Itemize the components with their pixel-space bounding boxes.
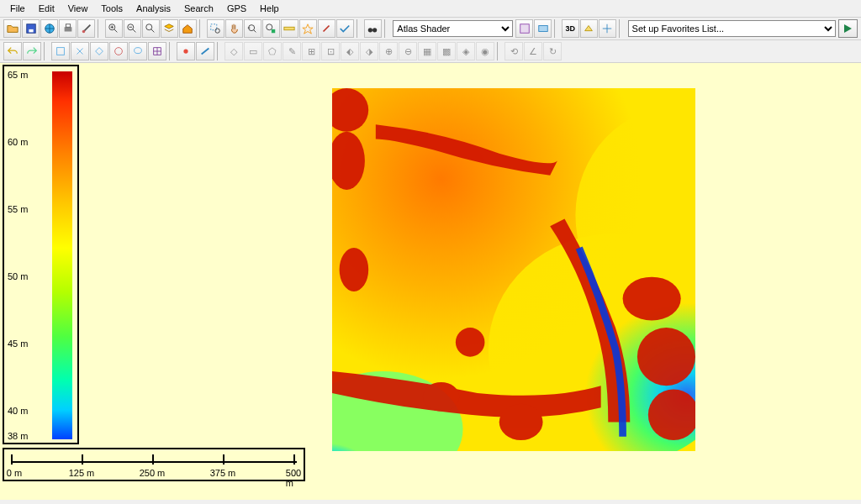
legend-tick-45: 45 m [8,339,28,349]
menu-analysis[interactable]: Analysis [129,2,177,15]
open-icon[interactable] [3,19,21,38]
legend-gradient [52,71,72,439]
svg-rect-14 [284,27,294,30]
info-icon[interactable] [336,19,354,38]
select-polygon-icon[interactable] [90,42,108,60]
select-circle-icon[interactable] [109,42,128,60]
tool-i-icon: ⊕ [379,42,398,60]
legend-tick-65: 65 m [8,70,28,80]
tool-o-icon: ⟲ [504,42,523,60]
svg-rect-4 [66,24,70,28]
undo-icon[interactable] [3,42,22,60]
elevation-raster[interactable] [332,88,695,451]
svg-rect-17 [520,24,529,34]
config-icon[interactable] [77,19,95,38]
tool-k-icon: ▦ [418,42,436,60]
svg-point-22 [183,49,188,53]
tool-l-icon: ▩ [437,42,456,60]
layers-icon[interactable] [161,19,178,38]
menu-view[interactable]: View [61,2,95,15]
svg-point-30 [340,248,369,291]
zoom-in-icon[interactable] [105,19,123,38]
redo-icon[interactable] [23,42,41,60]
pan-icon[interactable] [225,19,243,38]
3d-view-icon[interactable] [580,19,598,38]
map-viewport[interactable]: 65 m 60 m 55 m 50 m 45 m 40 m 38 m 0 m 1… [0,63,861,500]
elevation-legend: 65 m 60 m 55 m 50 m 45 m 40 m 38 m [3,65,79,444]
point-icon[interactable] [318,19,335,38]
legend-tick-60: 60 m [8,137,28,147]
tool-f-icon: ⊡ [321,42,340,60]
digitize-line-icon[interactable] [196,42,214,60]
tool-j-icon: ⊖ [399,42,417,60]
tool-m-icon: ◈ [457,42,475,60]
home-icon[interactable] [179,19,197,38]
legend-tick-50: 50 m [8,271,28,281]
svg-point-32 [637,328,695,386]
edit-new-icon[interactable] [51,42,70,60]
globe-icon[interactable] [40,19,58,38]
run-button[interactable] [838,19,858,38]
print-icon[interactable] [59,19,77,38]
svg-point-31 [623,277,681,321]
toolbar-1: Atlas Shader 3D Set up Favorites List... [0,18,861,40]
svg-point-8 [146,24,152,30]
zoom-full-icon[interactable] [142,19,160,38]
svg-point-12 [267,24,272,30]
tool-h-icon: ⬗ [360,42,378,60]
menu-search[interactable]: Search [177,2,220,15]
tool-n-icon: ◉ [476,42,494,60]
save-icon[interactable] [22,19,40,38]
3d-fly-icon[interactable] [599,19,616,38]
tool-a-icon: ◇ [224,42,243,60]
shader-select[interactable]: Atlas Shader [393,20,513,37]
select-area-icon[interactable] [71,42,89,60]
svg-point-21 [135,48,142,54]
zoom-select-icon[interactable] [207,19,224,38]
menu-file[interactable]: File [3,2,32,15]
svg-rect-1 [29,29,33,33]
digitize-point-icon[interactable] [177,42,195,60]
tool-b-icon: ▭ [244,42,262,60]
scale-125: 125 m [69,468,95,478]
favorites-select[interactable]: Set up Favorites List... [628,20,836,37]
svg-rect-13 [272,29,275,33]
svg-point-34 [499,404,543,440]
svg-rect-18 [538,26,547,32]
svg-point-36 [423,382,459,412]
legend-tick-38: 38 m [8,431,28,441]
scale-375: 375 m [210,468,236,478]
svg-point-20 [115,48,123,55]
tool-c-icon: ⬠ [263,42,282,60]
tool-e-icon: ⊞ [302,42,320,60]
svg-point-16 [372,28,377,32]
menu-help[interactable]: Help [253,2,286,15]
identify-icon[interactable] [299,19,317,38]
menubar: File Edit View Tools Analysis Search GPS… [0,0,861,18]
shader-apply-icon[interactable] [515,19,533,38]
tool-g-icon: ⬖ [341,42,359,60]
legend-tick-40: 40 m [8,406,28,416]
scale-250: 250 m [140,468,166,478]
toolbar-2: ◇ ▭ ⬠ ✎ ⊞ ⊡ ⬖ ⬗ ⊕ ⊖ ▦ ▩ ◈ ◉ ⟲ ∠ ↻ [0,40,861,63]
zoom-scale-icon[interactable] [262,19,280,38]
grid-icon[interactable] [148,42,166,60]
svg-rect-19 [57,48,65,55]
3d-mode-icon[interactable]: 3D [562,19,579,38]
measure-icon[interactable] [281,19,298,38]
scale-bar: 0 m 125 m 250 m 375 m 500 m [3,448,305,481]
zoom-prev-icon[interactable] [244,19,261,38]
zoom-out-icon[interactable] [124,19,141,38]
legend-tick-55: 55 m [8,204,28,214]
menu-gps[interactable]: GPS [220,2,253,15]
tool-q-icon: ↻ [543,42,562,60]
menu-edit[interactable]: Edit [32,2,61,15]
binoculars-icon[interactable] [364,19,382,38]
svg-rect-3 [64,27,71,31]
select-lasso-icon[interactable] [129,42,147,60]
tool-d-icon: ✎ [283,42,301,60]
svg-point-5 [82,30,85,34]
scale-500: 500 m [286,468,301,488]
shader-options-icon[interactable] [534,19,552,38]
menu-tools[interactable]: Tools [94,2,129,15]
